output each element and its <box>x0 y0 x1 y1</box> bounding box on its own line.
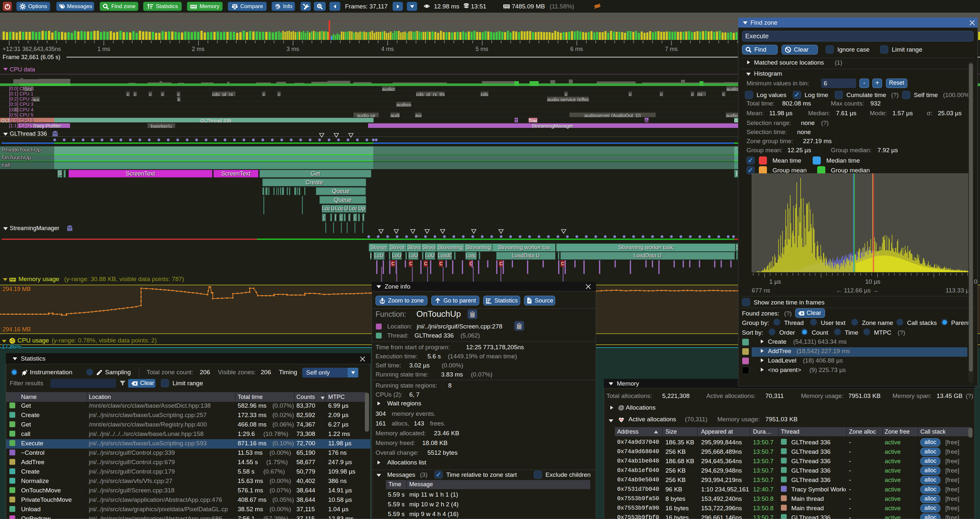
svg-text:C: C <box>561 261 564 266</box>
svg-text:C: C <box>424 261 427 266</box>
svg-text:C: C <box>439 261 443 266</box>
svg-text:C: C <box>500 261 503 266</box>
svg-text:C: C <box>391 261 395 266</box>
svg-text:C: C <box>409 261 412 266</box>
